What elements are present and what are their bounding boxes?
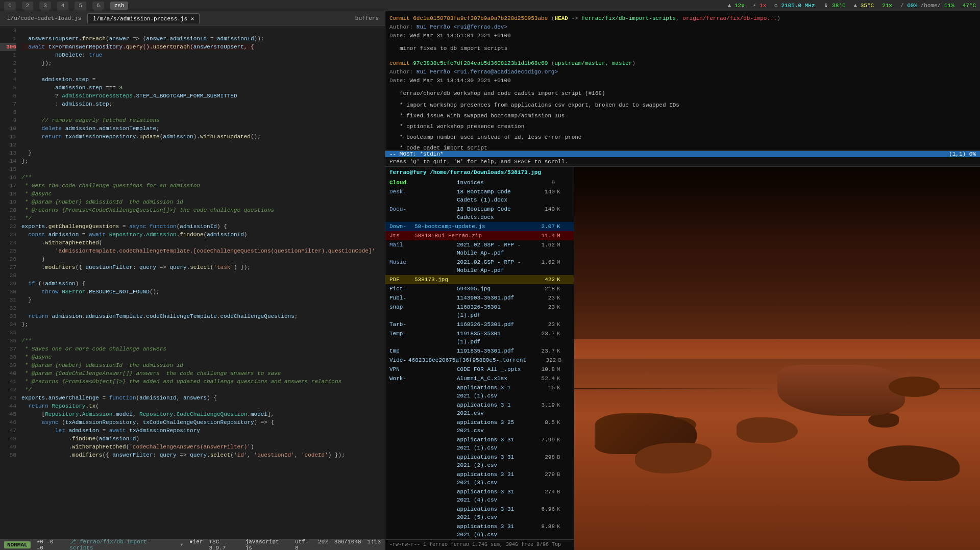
commit1-author: Author: Rui Ferrão <rui@ferrao.dev> [389, 23, 976, 32]
stat-threads: 21x [882, 3, 892, 9]
commit2-bullet5: * code cadet import script [389, 144, 976, 151]
fm-row-vpn[interactable]: VPN CODE FOR All _.pptx 10.8 M [385, 365, 574, 374]
fm-row-app9[interactable]: applications 3 31 2021 (6).csv 8.88 K [385, 522, 574, 539]
fm-row-jts[interactable]: Jts 50818-Rui-Ferrao.zip 11.4 M [385, 231, 574, 240]
fm-status-bar: -rw-rw-r-- 1 ferrao ferrao 1.74G sum, 39… [385, 539, 574, 550]
fm-row-docu[interactable]: Docu- 18 Bootcamp Code Cadets.docx 140 K [385, 205, 574, 222]
tab-admission-process[interactable]: l/m/a/s/admission-process.js ✕ [87, 13, 200, 23]
status-bar: NORMAL +0 -0 -0 ⎇ ferrao/fix/db-import-s… [0, 539, 385, 550]
status-filetype: javascript js [246, 539, 289, 551]
status-encoding: utf-8 [295, 539, 312, 551]
tab-6[interactable]: 6 [92, 2, 104, 10]
stat-temp1: 🌡 38°C [823, 2, 846, 9]
status-line: 306/1048 [334, 539, 361, 551]
pager-label: -- MOST: *stdin* [389, 151, 444, 157]
fm-row-cloud[interactable]: Cloud invoices 9 [385, 178, 574, 187]
fm-row-app5[interactable]: applications 3 31 2021 (2).csv 298 B [385, 453, 574, 470]
commit1-date: Date: Wed Mar 31 13:51:01 2021 +0100 [389, 32, 976, 40]
pager-bar: -- MOST: *stdin* (1,1) 0% [385, 151, 980, 157]
stat-load: ⚡ 1x [753, 2, 766, 9]
fm-row-tmp[interactable]: tmp 1191835-35301.pdf 23.7 K [385, 346, 574, 356]
fm-row-app4[interactable]: applications 3 31 2021 (1).csv 7.99 K [385, 435, 574, 453]
commit2-author: Author: Rui Ferrão <rui.ferrao@acadiadec… [389, 68, 976, 77]
bottom-area: ferrao@fury /home/ferrao/Downloads/53817… [385, 167, 980, 550]
status-right: ●ier TSC 3.9.7 javascript js utf-8 29% 3… [189, 539, 381, 551]
status-branch: ⎇ ferrao/fix/db-import-scripts [69, 538, 174, 550]
main-layout: l/u/code-cadet-load.js l/m/a/s/admission… [0, 11, 980, 550]
right-panel: Commit 6dc1a0158783fa9cf307b9a0a7b228d25… [385, 11, 980, 550]
fm-row-snap[interactable]: snap 1168326-35301 (1).pdf 23 K [385, 303, 574, 320]
stat-mem: / 60% /home/ 11% [900, 3, 954, 9]
fm-row-work[interactable]: Work- Alumni_A_C.xlsx 52.4 K [385, 374, 574, 383]
fm-row-tarb[interactable]: Tarb- 1168326-35301.pdf 23 K [385, 320, 574, 329]
fm-row-temp[interactable]: Temp- 1191835-35301 (1).pdf 23.7 K [385, 329, 574, 346]
top-bar: 1 2 3 4 5 6 zsh ▲ 12x ⚡ 1x ⊙ 2105.0 MHz … [0, 0, 980, 11]
line-numbers: 3 1 306 1 2 3 4 5 6 7 8 9 10 11 12 13 14… [0, 26, 19, 539]
commit2-message: ferrao/chore/db workshop and code cadets… [389, 89, 976, 98]
tab-1[interactable]: 1 [4, 2, 16, 10]
fm-row-app2[interactable]: applications 3 1 2021.csv 3.19 K [385, 401, 574, 418]
fm-row-vide[interactable]: Vide- 4682318ee20675af36f95880c5-.torren… [385, 356, 574, 365]
fm-row-app8[interactable]: applications 3 31 2021 (5).csv 6.96 K [385, 505, 574, 522]
stat-temp3: 47°C [963, 3, 976, 9]
mars-image [574, 167, 980, 550]
status-lsp: ●ier [189, 539, 203, 551]
status-plugin: ⚡ [180, 541, 183, 548]
fm-row-app7[interactable]: applications 3 31 2021 (4).csv 274 B [385, 487, 574, 505]
code-area[interactable]: 3 1 306 1 2 3 4 5 6 7 8 9 10 11 12 13 14… [0, 26, 385, 539]
git-log: Commit 6dc1a0158783fa9cf307b9a0a7b228d25… [385, 11, 980, 151]
commit2-bullet1: * import workshop presences from applica… [389, 101, 976, 110]
commit2-date: Date: Wed Mar 31 13:14:30 2021 +0100 [389, 77, 976, 85]
fm-row-desk[interactable]: Desk- 18 Bootcamp Code Cadets (1).docx 1… [385, 187, 574, 205]
commit2-bullet2: * fixed issue with swapped bootcamp/admi… [389, 112, 976, 120]
image-viewer [574, 167, 980, 550]
tab-zsh[interactable]: zsh [110, 2, 129, 10]
fm-row-publ[interactable]: Publ- 1143903-35301.pdf 23 K [385, 293, 574, 303]
file-manager: ferrao@fury /home/ferrao/Downloads/53817… [385, 167, 574, 550]
editor-panel: l/u/code-cadet-load.js l/m/a/s/admission… [0, 11, 385, 550]
commit1-message: minor fixes to db import scripts [389, 44, 976, 53]
tab-3[interactable]: 3 [39, 2, 51, 10]
fm-row-down[interactable]: Down- 58-bootcamp-update.js 2.07 K [385, 222, 574, 231]
fm-row-mail[interactable]: Mail 2021.02.GSP - RFP - Mobile Ap-.pdf … [385, 240, 574, 258]
commit2-bullet3: * optional workshop presence creation [389, 122, 976, 131]
status-git: +0 -0 -0 [37, 539, 64, 551]
top-stats: ▲ 12x ⚡ 1x ⊙ 2105.0 MHz 🌡 38°C ▲ 35°C 21… [728, 2, 976, 9]
status-mode: NORMAL [4, 541, 31, 548]
code-content[interactable]: answersToUpsert.forEach(answer => (answe… [19, 26, 385, 539]
fm-row-pdf[interactable]: PDF 538173.jpg 422 K [385, 275, 574, 284]
stat-freq: ⊙ 2105.0 MHz [774, 2, 815, 9]
fm-row-pict[interactable]: Pict- 594305.jpg 218 K [385, 284, 574, 293]
pager-position: (1,1) 0% [949, 151, 976, 157]
commit1-line: Commit 6dc1a0158783fa9cf307b9a0a7b228d25… [389, 14, 976, 23]
tab-code-cadet-load[interactable]: l/u/code-cadet-load.js [2, 14, 86, 23]
tab-2[interactable]: 2 [22, 2, 34, 10]
pager-help: Press 'Q' to quit, 'H' for help, and SPA… [385, 157, 980, 167]
commit1-hash: 6dc1a0158783fa9cf307b9a0a7b228d250953abe [413, 15, 548, 21]
status-col: 1:13 [368, 539, 381, 551]
editor-tabs: l/u/code-cadet-load.js l/m/a/s/admission… [0, 11, 385, 26]
fm-row-app6[interactable]: applications 3 31 2021 (3).csv 279 B [385, 470, 574, 487]
tab-5[interactable]: 5 [75, 2, 86, 10]
status-percent: 29% [318, 539, 328, 551]
fm-path: ferrao@fury /home/ferrao/Downloads/53817… [385, 167, 574, 178]
tab-4[interactable]: 4 [57, 2, 69, 10]
fm-row-app3[interactable]: applications 3 25 2021.csv 8.5 K [385, 418, 574, 435]
status-lang: TSC 3.9.7 [209, 539, 239, 551]
commit2-hash: 97c3838c5cfe7df284eab5d3608123b1d1b68e60 [413, 60, 548, 66]
fm-row-music[interactable]: Music 2021.02.GSP - RFP - Mobile Ap-.pdf… [385, 258, 574, 275]
buffers-label: buffers [355, 15, 383, 21]
stat-cpu-count: ▲ 12x [728, 3, 745, 9]
stat-temp2: ▲ 35°C [854, 3, 874, 9]
commit2-bullet4: * bootcamp number used instead of id, le… [389, 133, 976, 142]
fm-row-app1[interactable]: applications 3 1 2021 (1).csv 15 K [385, 383, 574, 401]
commit2-line: commit 97c3838c5cfe7df284eab5d3608123b1d… [389, 59, 976, 68]
